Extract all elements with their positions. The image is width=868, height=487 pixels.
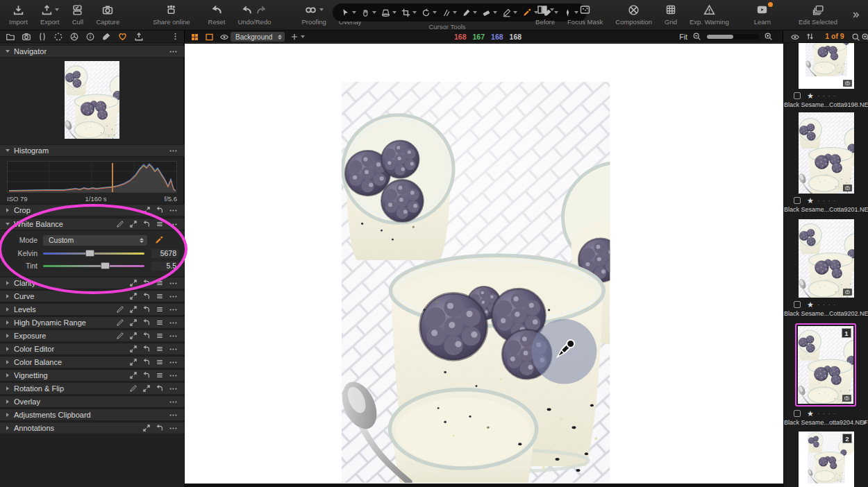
more-options-icon[interactable]: [169, 279, 178, 288]
kelvin-slider-knob[interactable]: [85, 250, 94, 257]
rating-star[interactable]: ★: [807, 197, 814, 204]
redo-icon[interactable]: [256, 4, 267, 16]
reset-button[interactable]: Reset: [202, 0, 232, 26]
section-overlay[interactable]: Overlay: [0, 395, 184, 408]
cull-button[interactable]: Cull: [65, 0, 90, 26]
apply-adjustments-icon[interactable]: [129, 292, 137, 300]
image-viewer[interactable]: [185, 44, 783, 484]
undo-redo-button[interactable]: Undo/Redo: [231, 0, 277, 26]
grid-button[interactable]: Grid: [658, 0, 683, 26]
add-view-button[interactable]: [290, 33, 305, 41]
reset-adjustments-icon[interactable]: [156, 384, 164, 393]
more-options-icon[interactable]: [169, 220, 178, 229]
section-high-dynamic-range[interactable]: High Dynamic Range: [0, 316, 184, 329]
filename-overflow-glyph[interactable]: »: [862, 418, 867, 426]
section-white-balance[interactable]: White Balance: [0, 218, 184, 230]
multi-view-icon[interactable]: [190, 33, 199, 42]
thumb-zoom-icon[interactable]: [861, 33, 868, 42]
thumbnail-3[interactable]: [799, 219, 854, 298]
edit-selected-button[interactable]: Edit Selected: [792, 0, 844, 26]
pick-white-balance-icon[interactable]: [116, 220, 124, 228]
reset-adjustments-icon[interactable]: [142, 332, 151, 340]
presets-menu-icon[interactable]: [156, 279, 164, 287]
more-options-icon[interactable]: [169, 206, 178, 215]
more-options-icon[interactable]: [169, 358, 178, 367]
photo[interactable]: [341, 82, 610, 483]
apply-adjustments-icon[interactable]: [129, 279, 137, 287]
apply-adjustments-icon[interactable]: [129, 220, 137, 228]
erase-tool-icon[interactable]: [482, 8, 497, 17]
pan-tool-icon[interactable]: [361, 8, 376, 17]
thumbnail-4-selected[interactable]: 1: [795, 323, 856, 407]
reset-adjustments-icon[interactable]: [142, 305, 151, 314]
reset-adjustments-icon[interactable]: [142, 318, 151, 327]
tint-slider[interactable]: [43, 265, 144, 267]
more-options-icon[interactable]: [169, 318, 178, 327]
import-button[interactable]: Import: [3, 0, 34, 26]
histogram-header[interactable]: Histogram: [0, 144, 184, 157]
reset-adjustments-icon[interactable]: [142, 358, 151, 366]
more-options-icon[interactable]: [169, 411, 178, 420]
section-rotation-flip[interactable]: Rotation & Flip: [0, 382, 184, 395]
output-tab-icon[interactable]: [134, 32, 144, 42]
wb-eyedropper-icon[interactable]: [154, 235, 164, 245]
reset-adjustments-icon[interactable]: [142, 345, 151, 353]
zoom-fit-button[interactable]: Fit: [679, 33, 687, 41]
pick-tool-icon[interactable]: [116, 332, 124, 340]
presets-menu-icon[interactable]: [156, 332, 164, 340]
refine-tab-icon[interactable]: [53, 32, 63, 42]
more-options-icon[interactable]: [169, 371, 178, 380]
select-checkbox[interactable]: [794, 410, 801, 417]
primary-view-icon[interactable]: [205, 33, 214, 42]
draw-mask-tool-icon[interactable]: [502, 8, 517, 17]
presets-menu-icon[interactable]: [156, 292, 164, 300]
sort-icon[interactable]: [806, 32, 815, 41]
thumbnail-2[interactable]: [799, 112, 854, 194]
toolbar-overflow-button[interactable]: [844, 0, 867, 26]
more-options-icon[interactable]: [169, 47, 178, 56]
pick-tool-icon[interactable]: [129, 384, 137, 393]
styles-tab-icon[interactable]: [117, 31, 128, 42]
section-adjustments-clipboard[interactable]: Adjustments Clipboard: [0, 409, 184, 421]
reset-adjustments-icon[interactable]: [142, 292, 151, 300]
capture-button[interactable]: Capture: [90, 0, 126, 26]
section-color-balance[interactable]: Color Balance: [0, 356, 184, 368]
section-vignetting[interactable]: Vignetting: [0, 369, 184, 382]
section-clarity[interactable]: Clarity: [0, 277, 184, 289]
apply-adjustments-icon[interactable]: [129, 318, 137, 327]
thumbnail-5[interactable]: 2: [799, 432, 854, 487]
apply-adjustments-icon[interactable]: [142, 424, 151, 432]
section-color-editor[interactable]: Color Editor: [0, 343, 184, 355]
pick-tool-icon[interactable]: [116, 318, 124, 327]
wb-mode-select[interactable]: Custom: [43, 235, 147, 246]
section-curve[interactable]: Curve: [0, 290, 184, 302]
adjustments-tab-icon[interactable]: [101, 32, 111, 42]
presets-menu-icon[interactable]: [156, 371, 164, 379]
apply-adjustments-icon[interactable]: [129, 371, 137, 379]
loupe-tool-icon[interactable]: [381, 8, 397, 17]
reset-adjustments-icon[interactable]: [142, 279, 151, 287]
rating-dots[interactable]: ····: [817, 302, 839, 307]
zoom-slider[interactable]: [706, 34, 759, 40]
presets-menu-icon[interactable]: [156, 345, 164, 353]
more-options-icon[interactable]: [169, 398, 178, 407]
apply-adjustments-icon[interactable]: [129, 358, 137, 366]
straighten-tool-icon[interactable]: [442, 8, 457, 17]
select-checkbox[interactable]: [794, 301, 801, 308]
rating-star[interactable]: ★: [807, 92, 814, 99]
reset-adjustments-icon[interactable]: [156, 424, 164, 432]
section-crop[interactable]: Crop: [0, 204, 184, 216]
heal-tool-icon[interactable]: [462, 8, 477, 17]
presets-menu-icon[interactable]: [156, 220, 164, 228]
background-select[interactable]: Background: [231, 32, 285, 42]
reset-adjustments-icon[interactable]: [142, 220, 151, 228]
capture-tab-icon[interactable]: [22, 32, 31, 42]
zoom-in-icon[interactable]: [764, 32, 773, 41]
browser-eye-icon[interactable]: [790, 33, 800, 42]
more-options-icon[interactable]: [169, 146, 178, 155]
pick-tool-icon[interactable]: [116, 305, 124, 314]
apply-adjustments-icon[interactable]: [142, 384, 151, 393]
presets-menu-icon[interactable]: [156, 305, 164, 314]
more-options-icon[interactable]: [169, 345, 178, 354]
section-exposure[interactable]: Exposure: [0, 330, 184, 342]
